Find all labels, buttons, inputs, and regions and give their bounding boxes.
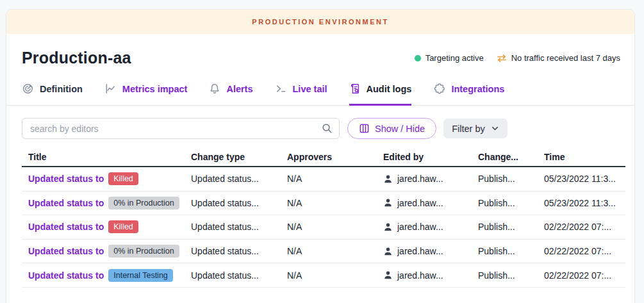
doc-search-icon bbox=[349, 83, 361, 95]
row-edited-by: jared.haw... bbox=[397, 270, 443, 281]
column-header-title[interactable]: Title bbox=[22, 152, 191, 162]
traffic-status: No traffic received last 7 days bbox=[497, 53, 620, 63]
columns-icon bbox=[359, 123, 370, 134]
column-header-time[interactable]: Time bbox=[544, 152, 625, 162]
page-title: Production-aa bbox=[22, 49, 131, 67]
search-input[interactable] bbox=[22, 118, 340, 139]
row-time: 02/22/2022 07:... bbox=[544, 246, 625, 256]
row-change-type: Updated status... bbox=[191, 270, 287, 281]
row-approvers: N/A bbox=[287, 174, 383, 184]
column-header-change-type[interactable]: Change type bbox=[191, 152, 287, 162]
row-change-type: Updated status... bbox=[191, 246, 287, 256]
row-title-link[interactable]: Updated status to bbox=[28, 222, 104, 232]
person-icon bbox=[383, 247, 393, 256]
table-header-row: Title Change type Approvers Edited by Ch… bbox=[22, 149, 625, 167]
column-header-approvers[interactable]: Approvers bbox=[287, 152, 383, 162]
status-badge: 0% in Production bbox=[108, 245, 179, 258]
row-title-link[interactable]: Updated status to bbox=[28, 270, 104, 281]
column-header-edited-by[interactable]: Edited by bbox=[383, 152, 478, 162]
row-approvers: N/A bbox=[287, 270, 383, 281]
targeting-status-label: Targeting active bbox=[425, 53, 484, 63]
search-icon bbox=[322, 123, 333, 136]
status-badge: 0% in Production bbox=[108, 197, 179, 209]
status-badge: Killed bbox=[108, 220, 138, 233]
target-icon bbox=[22, 83, 34, 95]
status-badge: Killed bbox=[108, 172, 138, 185]
row-change-type: Updated status... bbox=[191, 222, 287, 232]
terminal-icon bbox=[275, 83, 287, 95]
traffic-status-label: No traffic received last 7 days bbox=[511, 53, 620, 63]
tab-metrics-impact[interactable]: Metrics impact bbox=[104, 83, 188, 106]
chevron-down-icon bbox=[491, 124, 499, 133]
tab-alerts[interactable]: Alerts bbox=[209, 83, 252, 106]
person-icon bbox=[383, 174, 393, 184]
tab-integrations[interactable]: Integrations bbox=[433, 83, 504, 106]
table-toolbar: Show / Hide Filter by bbox=[6, 106, 634, 148]
row-title-link[interactable]: Updated status to bbox=[28, 174, 104, 184]
filter-by-label: Filter by bbox=[452, 124, 485, 134]
audit-log-table: Title Change type Approvers Edited by Ch… bbox=[22, 149, 625, 288]
person-icon bbox=[383, 270, 393, 280]
person-icon bbox=[383, 222, 393, 232]
row-edited-by: jared.haw... bbox=[397, 198, 443, 208]
row-time: 02/22/2022 07:... bbox=[544, 270, 625, 281]
row-approvers: N/A bbox=[287, 246, 383, 256]
row-title-link[interactable]: Updated status to bbox=[28, 246, 104, 256]
tab-label: Alerts bbox=[226, 84, 252, 94]
status-badge: Internal Testing bbox=[108, 269, 173, 282]
show-hide-columns-button[interactable]: Show / Hide bbox=[347, 118, 436, 139]
tab-live-tail[interactable]: Live tail bbox=[275, 83, 327, 106]
row-edited-by: jared.haw... bbox=[397, 246, 443, 256]
page-header: Production-aa Targeting active No traffi… bbox=[6, 34, 634, 67]
banner-label: PRODUCTION ENVIRONMENT bbox=[252, 18, 388, 26]
bell-icon bbox=[209, 83, 220, 95]
line-chart-icon bbox=[104, 83, 117, 95]
tab-bar: Definition Metrics impact Alerts bbox=[6, 83, 634, 106]
row-change-type: Updated status... bbox=[191, 174, 287, 184]
table-row[interactable]: Updated status to Killed Updated status.… bbox=[22, 167, 625, 192]
row-edited-by: jared.haw... bbox=[397, 174, 443, 184]
production-environment-banner: PRODUCTION ENVIRONMENT bbox=[6, 10, 634, 34]
status-indicators: Targeting active No traffic received las… bbox=[415, 53, 620, 63]
row-change: Publish... bbox=[478, 174, 544, 184]
row-change: Publish... bbox=[478, 198, 544, 208]
table-row[interactable]: Updated status to Internal Testing Updat… bbox=[22, 263, 625, 288]
row-time: 05/23/2022 11:3... bbox=[544, 198, 625, 208]
person-icon bbox=[383, 198, 393, 208]
row-time: 05/23/2022 11:3... bbox=[544, 174, 625, 184]
filter-by-button[interactable]: Filter by bbox=[443, 119, 508, 138]
row-change: Publish... bbox=[478, 270, 544, 281]
puzzle-icon bbox=[433, 83, 445, 95]
tab-label: Definition bbox=[40, 84, 83, 94]
table-row[interactable]: Updated status to 0% in Production Updat… bbox=[22, 192, 625, 216]
row-change: Publish... bbox=[478, 222, 544, 232]
show-hide-label: Show / Hide bbox=[375, 124, 425, 134]
search-field-wrap bbox=[22, 118, 340, 139]
row-approvers: N/A bbox=[287, 198, 383, 208]
tab-label: Metrics impact bbox=[122, 84, 188, 94]
tab-label: Audit logs bbox=[367, 84, 412, 94]
row-change-type: Updated status... bbox=[191, 198, 287, 208]
row-edited-by: jared.haw... bbox=[397, 222, 443, 232]
green-dot-icon bbox=[415, 55, 421, 61]
table-row[interactable]: Updated status to Killed Updated status.… bbox=[22, 215, 625, 240]
tab-label: Live tail bbox=[293, 84, 327, 94]
row-time: 02/22/2022 07:... bbox=[544, 222, 625, 232]
tab-audit-logs[interactable]: Audit logs bbox=[349, 83, 412, 106]
row-change: Publish... bbox=[478, 246, 544, 256]
row-approvers: N/A bbox=[287, 222, 383, 232]
tab-definition[interactable]: Definition bbox=[22, 83, 83, 106]
targeting-status: Targeting active bbox=[415, 53, 484, 63]
tab-label: Integrations bbox=[451, 84, 504, 94]
flag-detail-card: PRODUCTION ENVIRONMENT Production-aa Tar… bbox=[6, 9, 635, 303]
row-title-link[interactable]: Updated status to bbox=[28, 198, 104, 208]
traffic-arrows-icon bbox=[497, 54, 507, 63]
table-row[interactable]: Updated status to 0% in Production Updat… bbox=[22, 240, 625, 264]
column-header-change[interactable]: Change... bbox=[478, 152, 544, 162]
table-body: Updated status to Killed Updated status.… bbox=[22, 167, 625, 288]
